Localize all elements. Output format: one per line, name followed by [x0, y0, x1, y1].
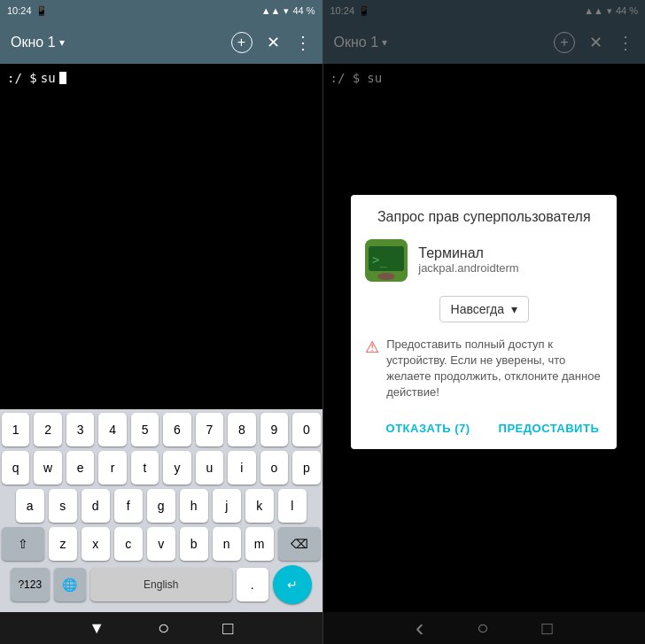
dialog-app-info: >_ Терминал jackpal.androidterm — [351, 232, 617, 289]
key-y[interactable]: y — [163, 451, 190, 485]
key-k[interactable]: k — [245, 489, 274, 523]
app-details: Терминал jackpal.androidterm — [418, 245, 518, 275]
left-terminal[interactable]: :/ $ su — [0, 64, 322, 409]
left-status-bar: 10:24 📱 ▲▲ ▾ 44 % — [0, 0, 322, 21]
dialog-overlay: Запрос прав суперпользователя >_ Термина… — [323, 0, 646, 644]
dialog-buttons: ОТКАЗАТЬ (7) ПРЕДОСТАВИТЬ — [351, 407, 617, 449]
left-battery: 44 % — [292, 5, 315, 16]
left-terminal-prompt: :/ $ su — [7, 71, 315, 85]
left-status-left: 10:24 📱 — [7, 5, 48, 17]
key-s[interactable]: s — [49, 489, 77, 523]
left-dropdown-icon[interactable]: ▾ — [59, 36, 65, 49]
left-status-right: ▲▲ ▾ 44 % — [261, 5, 315, 17]
left-terminal-command: su — [41, 71, 56, 85]
key-w[interactable]: w — [34, 451, 61, 485]
left-more-button[interactable]: ⋮ — [294, 32, 312, 53]
left-toolbar-title-area: Окно 1 ▾ — [11, 35, 231, 50]
left-toolbar: Окно 1 ▾ + ✕ ⋮ — [0, 21, 322, 64]
right-panel: 10:24 📱 ▲▲ ▾ 44 % Окно 1 ▾ + ✕ ⋮ :/ $ su… — [323, 0, 646, 644]
left-window-title: Окно 1 — [11, 35, 56, 50]
left-time: 10:24 — [7, 5, 32, 16]
app-icon: >_ — [365, 239, 408, 282]
key-3[interactable]: 3 — [66, 413, 94, 446]
key-enter[interactable]: ↵ — [273, 565, 312, 604]
left-add-button[interactable]: + — [231, 32, 253, 53]
keyboard-row-bottom: ?123 🌐 English . ↵ — [2, 565, 321, 604]
dialog-dropdown-area: Навсегда ▾ — [351, 289, 617, 330]
key-l[interactable]: l — [278, 489, 307, 523]
left-cursor — [59, 72, 66, 84]
left-nav-down[interactable]: ▼ — [89, 619, 105, 638]
left-prompt-text: :/ $ — [7, 71, 37, 85]
key-space[interactable]: English — [90, 568, 232, 601]
keyboard-row-zxcv: ⇧ z x c v b n m ⌫ — [2, 527, 321, 561]
warning-text: Предоставить полный доступ к устройству.… — [386, 337, 602, 401]
key-z[interactable]: z — [49, 527, 77, 561]
key-a[interactable]: a — [16, 489, 44, 523]
key-p[interactable]: p — [292, 451, 320, 485]
key-globe[interactable]: 🌐 — [54, 568, 86, 601]
superuser-dialog: Запрос прав суперпользователя >_ Термина… — [351, 195, 617, 450]
svg-text:>_: >_ — [372, 252, 387, 268]
left-wifi-icon: ▾ — [284, 5, 289, 17]
key-n[interactable]: n — [213, 527, 241, 561]
key-i[interactable]: i — [228, 451, 255, 485]
left-nav-bar: ▼ ○ □ — [0, 612, 322, 644]
key-v[interactable]: v — [147, 527, 175, 561]
left-nav-home[interactable]: ○ — [158, 617, 169, 640]
key-x[interactable]: x — [82, 527, 110, 561]
key-4[interactable]: 4 — [98, 413, 126, 446]
left-toolbar-icons: + ✕ ⋮ — [231, 32, 312, 53]
left-nav-recents[interactable]: □ — [222, 618, 233, 639]
key-8[interactable]: 8 — [228, 413, 255, 446]
key-g[interactable]: g — [147, 489, 175, 523]
key-6[interactable]: 6 — [163, 413, 190, 446]
left-signal-icon: ▲▲ — [261, 5, 281, 16]
key-h[interactable]: h — [180, 489, 208, 523]
keyboard-row-numbers: 1 2 3 4 5 6 7 8 9 0 — [2, 413, 321, 446]
key-shift[interactable]: ⇧ — [2, 527, 44, 561]
duration-dropdown[interactable]: Навсегда ▾ — [439, 296, 529, 322]
app-name: Терминал — [418, 245, 518, 261]
dropdown-chevron-icon: ▾ — [511, 302, 517, 316]
deny-button[interactable]: ОТКАЗАТЬ (7) — [376, 415, 481, 442]
key-f[interactable]: f — [114, 489, 143, 523]
keyboard-row-asdf: a s d f g h j k l — [2, 489, 321, 523]
left-panel: 10:24 📱 ▲▲ ▾ 44 % Окно 1 ▾ + ✕ ⋮ :/ $ su — [0, 0, 322, 644]
left-notification-icon: 📱 — [35, 5, 48, 17]
key-symbols[interactable]: ?123 — [11, 568, 50, 601]
key-backspace[interactable]: ⌫ — [278, 527, 321, 561]
svg-rect-4 — [382, 273, 391, 276]
key-o[interactable]: o — [260, 451, 288, 485]
keyboard-row-qwerty: q w e r t y u i o p — [2, 451, 321, 485]
warning-icon: ⚠ — [365, 338, 379, 357]
keyboard: 1 2 3 4 5 6 7 8 9 0 q w e r t y u i o p … — [0, 409, 322, 612]
terminal-icon-svg: >_ — [365, 239, 408, 282]
key-t[interactable]: t — [131, 451, 159, 485]
key-e[interactable]: e — [66, 451, 94, 485]
key-5[interactable]: 5 — [131, 413, 159, 446]
left-close-button[interactable]: ✕ — [267, 33, 280, 52]
key-7[interactable]: 7 — [196, 413, 223, 446]
dialog-title: Запрос прав суперпользователя — [351, 195, 617, 232]
key-1[interactable]: 1 — [2, 413, 29, 446]
key-q[interactable]: q — [2, 451, 29, 485]
key-0[interactable]: 0 — [292, 413, 320, 446]
key-2[interactable]: 2 — [34, 413, 61, 446]
key-c[interactable]: c — [114, 527, 143, 561]
duration-label: Навсегда — [451, 302, 504, 316]
key-period[interactable]: . — [237, 568, 268, 601]
grant-button[interactable]: ПРЕДОСТАВИТЬ — [488, 415, 610, 442]
key-d[interactable]: d — [82, 489, 110, 523]
key-m[interactable]: m — [245, 527, 274, 561]
dialog-warning: ⚠ Предоставить полный доступ к устройств… — [351, 330, 617, 408]
app-package: jackpal.androidterm — [418, 261, 518, 275]
key-b[interactable]: b — [180, 527, 208, 561]
key-r[interactable]: r — [98, 451, 126, 485]
key-j[interactable]: j — [213, 489, 241, 523]
key-u[interactable]: u — [196, 451, 223, 485]
key-9[interactable]: 9 — [260, 413, 288, 446]
